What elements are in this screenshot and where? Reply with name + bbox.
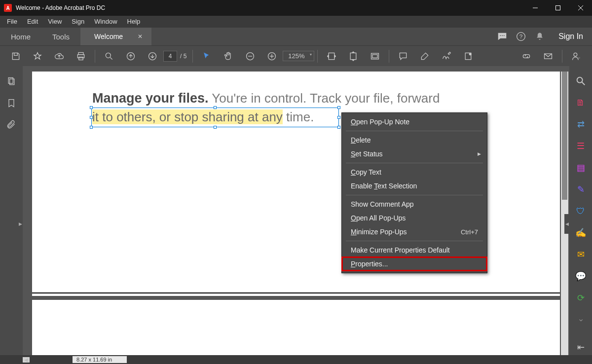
protect-tool-icon[interactable]: 🛡 — [575, 205, 587, 217]
menu-sign[interactable]: Sign — [67, 16, 89, 28]
selection-tool-icon[interactable] — [198, 47, 216, 65]
share-user-icon[interactable] — [567, 47, 585, 65]
context-make-default[interactable]: Make Current Properties Default — [342, 243, 487, 257]
close-tab-icon[interactable]: ✕ — [138, 33, 143, 40]
svg-rect-21 — [329, 53, 334, 59]
thumbnails-icon[interactable] — [6, 76, 17, 87]
tab-home[interactable]: Home — [0, 28, 41, 45]
menu-window[interactable]: Window — [89, 16, 122, 28]
save-icon[interactable] — [7, 47, 25, 65]
context-copy-text[interactable]: Copy Text — [342, 165, 487, 179]
next-page-icon[interactable] — [144, 47, 161, 65]
help-icon[interactable]: ? — [515, 31, 527, 42]
shortcut-label: Ctrl+7 — [461, 228, 478, 236]
attachment-icon[interactable] — [6, 119, 17, 130]
tab-row: Home Tools Welcome ✕ ? Sign In — [0, 28, 592, 45]
app-icon: A — [4, 4, 12, 12]
context-show-comment-app[interactable]: Show Comment App — [342, 197, 487, 211]
more-tools-icon[interactable]: ⟳ — [575, 292, 587, 304]
close-window-button[interactable] — [569, 0, 592, 16]
svg-point-5 — [502, 35, 503, 36]
svg-point-26 — [469, 53, 471, 55]
context-menu: Open Pop-Up Note Delete Set Status▶ Copy… — [341, 112, 487, 273]
fill-sign-tool-icon[interactable]: ✍ — [575, 227, 587, 239]
main-area: ▶ Manage your files. You're in control. … — [0, 66, 592, 355]
left-rail-expand-icon[interactable]: ▶ — [18, 214, 23, 234]
right-rail-expand-icon[interactable]: ⇤ — [575, 341, 587, 353]
send-tool-icon[interactable]: ✉ — [575, 249, 587, 260]
menu-view[interactable]: View — [43, 16, 67, 28]
svg-rect-31 — [10, 79, 14, 85]
context-separator — [346, 241, 483, 241]
minimize-button[interactable] — [524, 0, 547, 16]
svg-line-13 — [111, 57, 112, 59]
search-tool-icon[interactable] — [575, 75, 587, 87]
tab-tools[interactable]: Tools — [41, 28, 80, 45]
notifications-icon[interactable] — [534, 31, 546, 42]
menu-edit[interactable]: Edit — [22, 16, 43, 28]
context-open-all-popups[interactable]: Open All Pop-Ups — [342, 211, 487, 225]
context-properties[interactable]: Properties... — [342, 257, 487, 271]
read-mode-icon[interactable] — [366, 47, 384, 65]
maximize-button[interactable] — [547, 0, 569, 16]
context-minimize-popups[interactable]: Minimize Pop-UpsCtrl+7 — [342, 225, 487, 239]
menu-help[interactable]: Help — [122, 16, 146, 28]
cm-label: pen Pop-Up Note — [356, 118, 409, 126]
svg-point-12 — [106, 53, 111, 58]
upload-cloud-icon[interactable] — [50, 47, 68, 65]
scrollbar-vertical[interactable] — [561, 72, 568, 355]
context-separator — [346, 163, 483, 163]
zoom-out-icon[interactable] — [241, 47, 259, 65]
edit-pdf-tool-icon[interactable]: ☰ — [575, 140, 587, 152]
context-enable-text-selection[interactable]: Enable Text Selection — [342, 179, 487, 193]
export-pdf-tool-icon[interactable]: ⇄ — [575, 118, 587, 130]
stamp-icon[interactable] — [459, 47, 477, 65]
right-rail-more-icon[interactable]: ⌵ — [579, 316, 583, 323]
page-number-input[interactable] — [163, 51, 177, 62]
page-total-label: / 5 — [180, 53, 186, 60]
context-separator — [346, 195, 483, 195]
menu-file[interactable]: File — [2, 16, 22, 28]
scrollbar-thumb[interactable] — [562, 72, 567, 200]
fit-page-icon[interactable] — [344, 47, 362, 65]
right-rail-collapse-icon[interactable]: ◀ — [564, 214, 569, 234]
zoom-in-icon[interactable] — [263, 47, 281, 65]
context-open-popup[interactable]: Open Pop-Up Note — [342, 115, 487, 129]
svg-point-4 — [500, 35, 501, 36]
statusbar-prev-icon[interactable]: ◀ — [23, 357, 30, 363]
context-separator — [346, 131, 483, 131]
svg-rect-1 — [556, 6, 560, 10]
comment-icon[interactable] — [394, 47, 412, 65]
svg-rect-30 — [8, 78, 13, 84]
organize-tool-icon[interactable]: ▤ — [575, 162, 587, 174]
comment-tool-icon[interactable]: 💬 — [575, 270, 587, 282]
email-icon[interactable] — [539, 47, 557, 65]
context-set-status[interactable]: Set Status▶ — [342, 147, 487, 161]
submenu-arrow-icon: ▶ — [478, 151, 481, 156]
fit-width-icon[interactable] — [323, 47, 340, 65]
highlight-icon[interactable] — [416, 47, 434, 65]
svg-point-28 — [574, 53, 577, 56]
link-icon[interactable] — [518, 47, 535, 65]
svg-rect-24 — [372, 54, 377, 58]
enhance-tool-icon[interactable]: ✎ — [575, 183, 587, 195]
tab-document[interactable]: Welcome ✕ — [80, 28, 151, 45]
context-delete[interactable]: Delete — [342, 133, 487, 147]
chat-icon[interactable] — [496, 31, 508, 42]
tabrow-right-icons: ? — [496, 28, 550, 45]
star-icon[interactable] — [29, 47, 46, 65]
highlighted-text[interactable]: it to others, or stop sharing at any — [92, 109, 283, 124]
zoom-selector[interactable]: 125% — [283, 51, 314, 61]
bookmark-icon[interactable] — [6, 98, 17, 109]
prev-page-icon[interactable] — [122, 47, 140, 65]
hand-tool-icon[interactable] — [220, 47, 237, 65]
next-page-view — [32, 300, 560, 355]
print-icon[interactable] — [72, 47, 90, 65]
sign-in-button[interactable]: Sign In — [550, 28, 592, 45]
right-rail: ◀ 🗎 ⇄ ☰ ▤ ✎ 🛡 ✍ ✉ 💬 ⟳ ⌵ ⇤ — [569, 66, 592, 355]
left-rail: ▶ — [0, 66, 23, 355]
find-icon[interactable] — [100, 47, 118, 65]
title-bar: A Welcome - Adobe Acrobat Pro DC — [0, 0, 592, 16]
sign-icon[interactable] — [438, 47, 455, 65]
create-pdf-tool-icon[interactable]: 🗎 — [575, 97, 587, 109]
